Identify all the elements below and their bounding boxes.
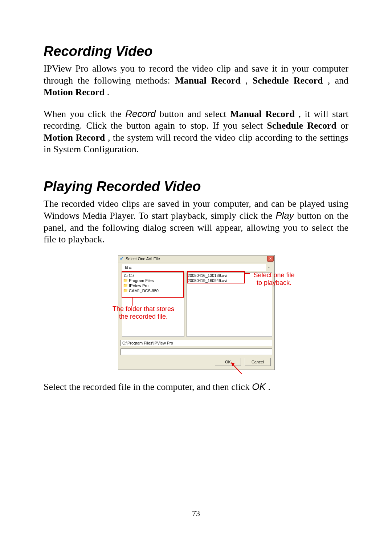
callout-folder-label: The folder that stores the recorded file… xyxy=(102,305,185,321)
text: , xyxy=(245,75,253,86)
folder-item[interactable]: 📁 IPView Pro xyxy=(122,283,184,288)
text: O xyxy=(225,360,228,364)
drive-label: c: xyxy=(129,265,132,270)
text: . xyxy=(107,87,110,97)
folder-icon: 📁 xyxy=(123,283,128,288)
dialog-wrapper: Select one file to playback. The folder … xyxy=(118,255,274,370)
folder-icon: 🗀 xyxy=(123,273,128,278)
dropdown-icon[interactable]: ▾ xyxy=(266,264,272,271)
text: button and select xyxy=(159,109,230,119)
folder-icon: 📁 xyxy=(123,288,128,293)
text: to playback. xyxy=(249,279,299,287)
heading-recording: Recording Video xyxy=(44,44,348,59)
folder-item[interactable]: 📁 Program Files xyxy=(122,278,184,283)
svg-line-0 xyxy=(232,364,242,374)
callout-arrow-icon xyxy=(229,361,244,375)
text: . xyxy=(268,382,270,392)
file-label: 20050416_130139.avi xyxy=(188,273,227,278)
filename-input[interactable] xyxy=(121,348,272,355)
folder-icon: 📁 xyxy=(123,278,128,283)
file-label: 20050419_160949.avi xyxy=(188,278,227,283)
heading-playing: Playing Recorded Video xyxy=(44,179,348,194)
drive-selector-row: ⊟ c: ▾ xyxy=(118,262,274,272)
text-bold: Schedule Record xyxy=(253,75,323,86)
text-bold: Schedule Record xyxy=(267,120,336,131)
page-number: 73 xyxy=(0,509,392,518)
path-display: C:\Program Files\IPView Pro xyxy=(121,340,272,346)
text-italic: Play xyxy=(275,210,294,221)
text-italic: OK xyxy=(252,381,266,392)
text: The folder that stores xyxy=(102,305,185,313)
text-bold: Motion Record xyxy=(44,87,105,97)
folder-list[interactable]: 🗀 C:\ 📁 Program Files 📁 IPView Pro 📁 CAM… xyxy=(122,273,184,337)
text-bold: Motion Record xyxy=(44,132,105,143)
text-bold: Manual Record xyxy=(175,75,241,86)
text: the recorded file. xyxy=(102,313,185,321)
text: C xyxy=(252,360,254,364)
callout-connector xyxy=(132,298,133,306)
folder-item[interactable]: 📁 CAM1_DCS-950 xyxy=(122,288,184,293)
folder-label: IPView Pro xyxy=(129,283,148,288)
paragraph-recording-1: IPView Pro allows you to record the vide… xyxy=(44,63,348,98)
drive-icon: ⊟ xyxy=(124,265,129,270)
text: Select one file xyxy=(249,271,299,279)
path-row: C:\Program Files\IPView Pro xyxy=(118,339,274,347)
paragraph-after-dialog: Select the recorded file in the computer… xyxy=(44,381,348,393)
paragraph-playing-1: The recorded video clips are saved in yo… xyxy=(44,198,348,246)
cancel-button[interactable]: Cancel xyxy=(245,358,271,366)
text: Select the recorded file in the computer… xyxy=(44,382,252,392)
callout-file-label: Select one file to playback. xyxy=(249,271,299,287)
folder-label: C:\ xyxy=(129,273,134,278)
paragraph-recording-2: When you click the Record button and sel… xyxy=(44,108,348,156)
text: When you click the xyxy=(44,109,125,119)
folder-item[interactable]: 🗀 C:\ xyxy=(122,273,184,278)
folder-label: Program Files xyxy=(129,278,154,283)
drive-select[interactable]: ⊟ c: xyxy=(122,264,266,271)
dialog-button-row: OK Cancel xyxy=(118,358,274,370)
text: or xyxy=(340,120,348,131)
text: , and xyxy=(328,75,348,86)
dialog-title: Select One AVI File xyxy=(126,257,160,261)
app-icon: ✔ xyxy=(119,256,124,261)
text-bold: Manual Record xyxy=(230,109,295,119)
filename-row xyxy=(118,347,274,358)
close-icon[interactable]: ✕ xyxy=(267,256,274,262)
text: ancel xyxy=(254,360,264,364)
folder-label: CAM1_DCS-950 xyxy=(129,289,159,293)
dialog-titlebar: ✔ Select One AVI File ✕ xyxy=(118,255,274,262)
text-italic: Record xyxy=(125,108,156,119)
